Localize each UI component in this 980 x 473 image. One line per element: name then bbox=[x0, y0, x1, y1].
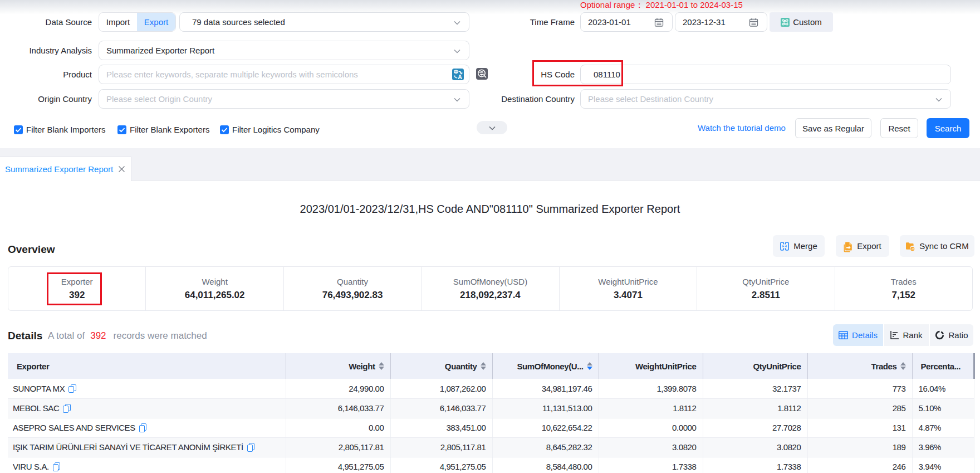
svg-text:A: A bbox=[458, 74, 462, 80]
